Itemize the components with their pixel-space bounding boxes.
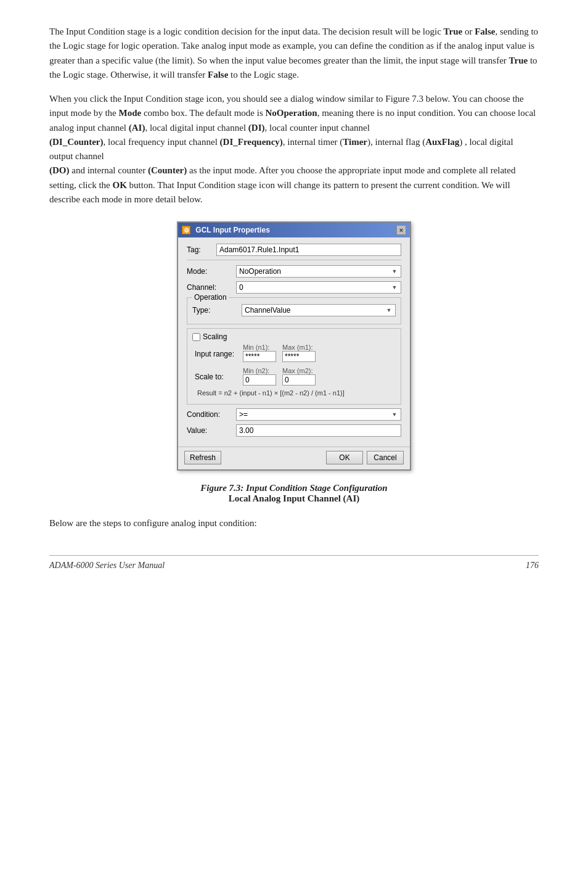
type-label: Type: <box>192 306 242 315</box>
dialog-footer: Refresh OK Cancel <box>178 447 410 469</box>
type-value: ChannelValue <box>245 306 385 315</box>
scaling-group: Scaling Input range: Min (n1): <box>187 328 401 405</box>
scale-to-label: Scale to: <box>195 373 243 381</box>
condition-row: Condition: >= ▼ <box>187 408 401 421</box>
type-select[interactable]: ChannelValue ▼ <box>242 304 396 316</box>
min-n2-label: Min (n2): <box>243 367 276 374</box>
figure-caption: Figure 7.3: Input Condition Stage Config… <box>49 483 539 504</box>
channel-label: Channel: <box>187 283 236 292</box>
below-figure-text: Below are the steps to configure analog … <box>49 516 539 530</box>
paragraph-1: The Input Condition stage is a logic con… <box>49 25 539 82</box>
value-input[interactable] <box>236 424 401 437</box>
tag-label: Tag: <box>187 245 211 254</box>
min-n2-group: Min (n2): <box>243 367 276 385</box>
type-row: Type: ChannelValue ▼ <box>192 304 396 316</box>
max-m2-input[interactable] <box>282 374 316 385</box>
input-range-label: Input range: <box>195 350 243 358</box>
close-button[interactable]: × <box>396 225 406 235</box>
input-range-row: Input range: Min (n1): Max (m1): <box>195 344 396 365</box>
mode-value: NoOperation <box>239 267 391 276</box>
min-n1-group: Min (n1): <box>243 344 276 362</box>
scale-to-fields: Min (n2): Max (m2): <box>243 367 316 387</box>
dialog-icon: ⚙ <box>182 226 190 234</box>
max-m2-group: Max (m2): <box>282 367 316 385</box>
cancel-button[interactable]: Cancel <box>367 451 404 464</box>
max-m1-group: Max (m1): <box>282 344 316 362</box>
mode-row: Mode: NoOperation ▼ <box>187 265 401 278</box>
tag-row: Tag: <box>187 244 401 260</box>
page-content: The Input Condition stage is a logic con… <box>49 25 539 571</box>
scaling-label: Scaling <box>203 332 227 341</box>
max-m1-label: Max (m1): <box>282 344 316 351</box>
channel-select[interactable]: 0 ▼ <box>236 281 401 294</box>
min-n1-input[interactable] <box>243 351 276 362</box>
page-footer: ADAM-6000 Series User Manual 176 <box>49 555 539 571</box>
type-dropdown-arrow: ▼ <box>385 307 393 313</box>
titlebar-left: ⚙ GCL Input Properties <box>182 226 270 235</box>
footer-left: ADAM-6000 Series User Manual <box>49 561 165 571</box>
dialog-title: GCL Input Properties <box>195 226 269 234</box>
gcl-input-properties-dialog: ⚙ GCL Input Properties × Tag: Mode: NoOp… <box>177 221 411 471</box>
dialog-container: ⚙ GCL Input Properties × Tag: Mode: NoOp… <box>49 221 539 471</box>
condition-label: Condition: <box>187 410 236 419</box>
value-label: Value: <box>187 426 236 435</box>
operation-group: Operation Type: ChannelValue ▼ <box>187 297 401 324</box>
max-m2-label: Max (m2): <box>282 367 316 374</box>
scaling-grid: Input range: Min (n1): Max (m1): <box>195 344 396 397</box>
operation-legend: Operation <box>192 293 229 302</box>
mode-dropdown-arrow: ▼ <box>391 268 398 274</box>
scale-to-row: Scale to: Min (n2): Max (m2): <box>195 367 396 387</box>
mode-label: Mode: <box>187 267 236 276</box>
footer-right: 176 <box>526 561 539 571</box>
ok-button[interactable]: OK <box>326 451 363 464</box>
input-range-fields: Min (n1): Max (m1): <box>243 344 316 365</box>
channel-row: Channel: 0 ▼ <box>187 281 401 294</box>
dialog-body: Tag: Mode: NoOperation ▼ Channel: 0 <box>178 237 410 447</box>
condition-value: >= <box>239 410 391 419</box>
paragraph-2: When you click the Input Condition stage… <box>49 92 539 207</box>
channel-dropdown-arrow: ▼ <box>391 284 398 291</box>
value-row: Value: <box>187 424 401 437</box>
dialog-titlebar: ⚙ GCL Input Properties × <box>178 223 410 237</box>
scaling-checkbox[interactable] <box>192 333 200 341</box>
condition-select[interactable]: >= ▼ <box>236 408 401 421</box>
refresh-button[interactable]: Refresh <box>184 451 221 464</box>
scaling-header: Scaling <box>192 332 396 341</box>
min-n1-label: Min (n1): <box>243 344 276 351</box>
condition-dropdown-arrow: ▼ <box>391 411 398 418</box>
mode-select[interactable]: NoOperation ▼ <box>236 265 401 278</box>
formula: Result = n2 + (input - n1) × [(m2 - n2) … <box>197 389 396 397</box>
channel-value: 0 <box>239 283 391 292</box>
min-n2-input[interactable] <box>243 374 276 385</box>
max-m1-input[interactable] <box>282 351 316 362</box>
tag-input[interactable] <box>216 244 401 256</box>
